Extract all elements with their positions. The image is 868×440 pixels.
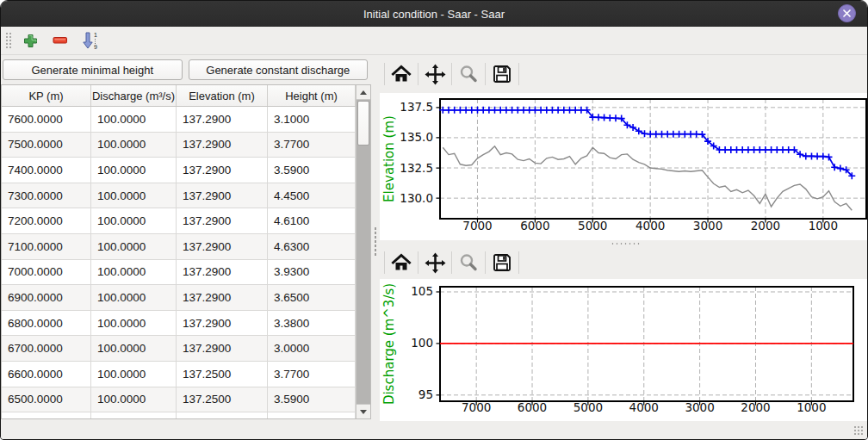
table-cell[interactable]: 137.2900: [177, 183, 268, 209]
table-cell[interactable]: 100.0000: [91, 387, 177, 413]
table-cell[interactable]: 100.0000: [91, 133, 177, 158]
table-cell[interactable]: 137.2500: [177, 362, 268, 387]
table-row[interactable]: 6900.0000100.0000137.29003.6500: [2, 285, 370, 311]
table-cell[interactable]: 7200.0000: [2, 208, 91, 234]
table-row[interactable]: 7600.0000100.0000137.29003.1000: [2, 107, 370, 133]
table-cell[interactable]: 100.0000: [91, 234, 177, 260]
remove-row-button[interactable]: [49, 29, 71, 52]
generate-constant-discharge-button[interactable]: Generate constant discharge: [189, 59, 369, 80]
save-button[interactable]: [488, 60, 516, 88]
table-cell[interactable]: 137.2900: [177, 311, 268, 337]
table-cell[interactable]: 100.0000: [91, 107, 177, 133]
sort-top-label: 1: [94, 32, 97, 38]
elevation-plot-canvas[interactable]: 7000600050004000300020001000137.5135.013…: [380, 93, 867, 240]
table-vertical-scrollbar[interactable]: [356, 85, 370, 418]
table-cell[interactable]: 7000.0000: [2, 260, 91, 286]
column-header-kp[interactable]: KP (m): [2, 85, 91, 106]
zoom-button[interactable]: [455, 60, 482, 88]
table-cell[interactable]: 3.7700: [268, 362, 356, 387]
table-cell[interactable]: 6700.0000: [2, 336, 91, 362]
table-cell[interactable]: 4.6300: [268, 234, 356, 260]
table-cell[interactable]: 6800.0000: [2, 311, 91, 337]
table-row[interactable]: 7400.0000100.0000137.29003.5900: [2, 158, 370, 183]
resize-grip-icon[interactable]: [853, 425, 865, 437]
table-cell[interactable]: 3.3800: [268, 311, 356, 337]
table-cell[interactable]: 100.0000: [91, 336, 177, 362]
table-cell[interactable]: 7500.0000: [2, 133, 91, 158]
column-header-discharge[interactable]: Discharge (m³/s): [91, 85, 177, 106]
table-row[interactable]: 7000.0000100.0000137.29003.9300: [2, 260, 370, 286]
scrollbar-thumb[interactable]: [357, 101, 369, 146]
table-row[interactable]: 7200.0000100.0000137.29004.6100: [2, 208, 370, 234]
sort-rows-button[interactable]: 1 9: [79, 29, 102, 52]
plots-splitter[interactable]: [380, 240, 867, 246]
toolbar-separator: [518, 251, 519, 274]
table-row[interactable]: 6700.0000100.0000137.29003.0000: [2, 336, 370, 362]
table-cell[interactable]: 137.2500: [177, 387, 268, 413]
table-cell[interactable]: 3.0000: [268, 336, 356, 362]
table-cell[interactable]: [177, 412, 268, 419]
table-cell[interactable]: 3.6500: [268, 285, 356, 311]
home-button[interactable]: [388, 60, 415, 88]
table-cell[interactable]: 3.5900: [268, 158, 356, 183]
column-header-elevation[interactable]: Elevation (m): [177, 85, 268, 106]
table-row-partial[interactable]: [2, 412, 370, 419]
table-cell[interactable]: 7400.0000: [2, 158, 91, 183]
table-row[interactable]: 6500.0000100.0000137.25003.5900: [2, 387, 370, 413]
table-cell[interactable]: 100.0000: [91, 260, 177, 286]
toolbar-drag-handle[interactable]: [5, 32, 12, 49]
table-row[interactable]: 7100.0000100.0000137.29004.6300: [2, 234, 370, 260]
table-row[interactable]: 7500.0000100.0000137.29003.7700: [2, 133, 370, 158]
scroll-up-button[interactable]: [356, 85, 370, 100]
save-button[interactable]: [488, 249, 516, 276]
table-cell[interactable]: 137.2900: [177, 285, 268, 311]
table-cell[interactable]: 6900.0000: [2, 285, 91, 311]
table-cell[interactable]: 3.9300: [268, 260, 356, 286]
close-button[interactable]: [838, 4, 856, 22]
table-cell[interactable]: 137.2900: [177, 158, 268, 183]
add-row-button[interactable]: [19, 29, 41, 52]
table-cell[interactable]: 100.0000: [91, 311, 177, 337]
table-cell[interactable]: 100.0000: [91, 183, 177, 209]
panel-splitter[interactable]: [371, 55, 380, 421]
table-cell[interactable]: 100.0000: [91, 362, 177, 387]
table-cell[interactable]: 6600.0000: [2, 362, 91, 387]
table-cell[interactable]: 7600.0000: [2, 107, 91, 133]
table-cell[interactable]: [268, 412, 356, 419]
table-cell[interactable]: 7100.0000: [2, 234, 91, 260]
table-cell[interactable]: 137.2900: [177, 107, 268, 133]
table-cell[interactable]: 3.7700: [268, 133, 356, 158]
table-cell[interactable]: 137.2900: [177, 208, 268, 234]
table-cell[interactable]: 100.0000: [91, 285, 177, 311]
table-cell[interactable]: 100.0000: [91, 158, 177, 183]
table-cell[interactable]: 137.2900: [177, 234, 268, 260]
arrow-up-icon: [360, 90, 367, 95]
table-row[interactable]: 6600.0000100.0000137.25003.7700: [2, 362, 370, 387]
table-cell[interactable]: 4.6100: [268, 208, 356, 234]
column-header-height[interactable]: Height (m): [268, 85, 356, 106]
home-button[interactable]: [388, 249, 415, 276]
arrow-down-icon: [360, 410, 367, 414]
table-cell[interactable]: 137.2900: [177, 133, 268, 158]
pan-button[interactable]: [421, 249, 449, 276]
table-row[interactable]: 6800.0000100.0000137.29003.3800: [2, 311, 370, 337]
table-cell[interactable]: [2, 412, 91, 419]
generate-minimal-height-button[interactable]: Generate minimal height: [3, 59, 183, 80]
table-cell[interactable]: 137.2900: [177, 336, 268, 362]
table-cell[interactable]: [91, 412, 177, 419]
zoom-button[interactable]: [455, 249, 482, 276]
discharge-plot-canvas[interactable]: 700060005000400030002000100010510095Disc…: [380, 279, 867, 421]
table-cell[interactable]: 3.1000: [268, 107, 356, 133]
table-cell[interactable]: 100.0000: [91, 208, 177, 234]
discharge-chart[interactable]: 700060005000400030002000100010510095Disc…: [380, 279, 868, 423]
elevation-chart[interactable]: 7000600050004000300020001000137.5135.013…: [380, 93, 868, 240]
table-cell[interactable]: 3.5900: [268, 387, 356, 413]
table-row[interactable]: 7300.0000100.0000137.29004.4500: [2, 183, 370, 209]
table-cell[interactable]: 7300.0000: [2, 183, 91, 209]
table-cell[interactable]: 6500.0000: [2, 387, 91, 413]
table-cell[interactable]: 137.2900: [177, 260, 268, 286]
pan-button[interactable]: [421, 60, 449, 88]
titlebar[interactable]: Initial condition - Saar - Saar: [1, 1, 867, 27]
table-cell[interactable]: 4.4500: [268, 183, 356, 209]
scroll-down-button[interactable]: [356, 404, 370, 418]
